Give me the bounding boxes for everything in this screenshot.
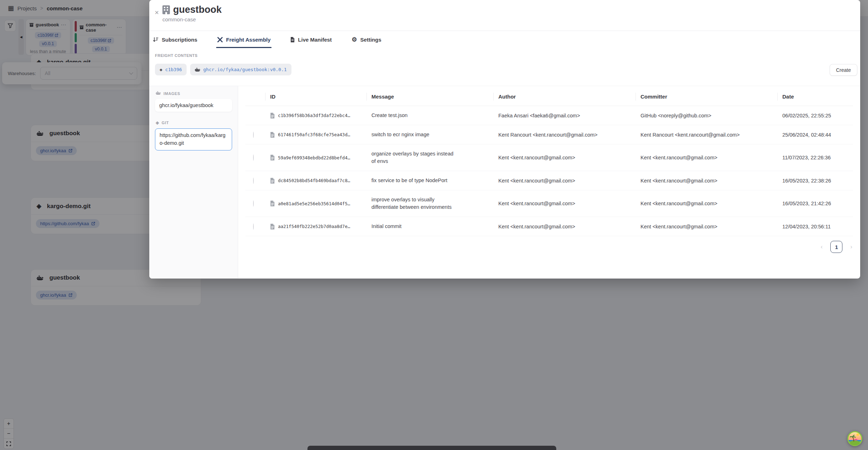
select-column-header — [245, 86, 265, 106]
commit-committer: Kent <kent.rancourt@gmail.com> — [636, 217, 777, 236]
image-chip[interactable]: ghcr.io/fykaa/guestbook:v0.0.1 — [190, 64, 291, 75]
tab-subscriptions[interactable]: Subscriptions — [153, 31, 197, 48]
commit-id: a0e81ad5e5e256eb35614d04f5… — [278, 201, 350, 206]
warehouse-building-icon — [162, 5, 170, 14]
pagination: ‹ 1 › — [245, 241, 853, 253]
freight-contents-label: FREIGHT CONTENTS — [155, 53, 198, 58]
commit-committer: Kent <kent.rancourt@gmail.com> — [636, 171, 777, 190]
file-icon — [270, 224, 275, 229]
row-radio[interactable] — [253, 200, 254, 207]
commit-committer: Kent <kent.rancourt@gmail.com> — [636, 144, 777, 171]
commit-date: 11/07/2023, 22:26:36 — [777, 144, 853, 171]
commit-message: Initial commit — [371, 223, 457, 230]
commit-committer: Kent Rancourt <kent.rancourt@gmail.com> — [636, 125, 777, 144]
commit-row[interactable]: dc84502b8bd54fb469bdaaf7c8… fix service … — [245, 171, 853, 190]
docker-icon — [195, 68, 200, 72]
commit-author: Kent <kent.rancourt@gmail.com> — [493, 144, 636, 171]
commit-id: 59a9ef699348ebdbd22d8befd4… — [278, 155, 350, 160]
column-header-id: ID — [265, 86, 366, 106]
commit-committer: GitHub <noreply@github.com> — [636, 106, 777, 125]
modal-tabs: Subscriptions Freight Assembly Live Mani… — [153, 31, 381, 48]
file-icon — [270, 178, 275, 184]
commit-message: switch to ecr nginx image — [371, 131, 457, 138]
column-header-date: Date — [777, 86, 853, 106]
close-button[interactable]: × — [152, 8, 161, 17]
row-radio[interactable] — [253, 178, 254, 184]
file-icon — [270, 201, 275, 206]
island-icon — [847, 431, 862, 446]
row-radio[interactable] — [253, 223, 254, 230]
commit-author: Kent <kent.rancourt@gmail.com> — [493, 171, 636, 190]
modal-subtitle: common-case — [162, 16, 222, 22]
images-section-label: IMAGES — [164, 91, 180, 96]
commit-author: Kent <kent.rancourt@gmail.com> — [493, 190, 636, 217]
freight-contents-chips: ◈ c1b396 ghcr.io/fykaa/guestbook:v0.0.1 — [155, 64, 291, 75]
git-icon: ◈ — [156, 120, 159, 125]
commit-row[interactable]: aa21f540fb222e52b7d0aa8d7e… Initial comm… — [245, 217, 853, 236]
commit-date: 06/02/2025, 22:55:25 — [777, 106, 853, 125]
row-radio[interactable] — [253, 154, 254, 161]
commit-date: 16/05/2023, 22:38:26 — [777, 171, 853, 190]
commit-id: dc84502b8bd54fb469bdaaf7c8… — [278, 178, 350, 183]
docker-icon — [156, 91, 161, 96]
commit-author: Faeka Ansari <faeka6@gmail.com> — [493, 106, 636, 125]
create-button[interactable]: Create — [830, 64, 857, 76]
commit-id: 617461f50afc3f68cfe75ea43d… — [278, 132, 350, 137]
previous-page-button[interactable]: ‹ — [821, 243, 823, 250]
commit-message: improve overlays to visually differentia… — [371, 196, 457, 211]
commit-message: fix service to be of type NodePort — [371, 177, 457, 184]
file-icon — [270, 132, 275, 138]
commit-date: 25/06/2024, 02:48:44 — [777, 125, 853, 144]
freight-sources-sidebar: IMAGES ghcr.io/fykaa/guestbook ◈ GIT htt… — [149, 86, 238, 279]
tab-live-manifest[interactable]: Live Manifest — [290, 31, 332, 48]
commit-row[interactable]: a0e81ad5e5e256eb35614d04f5… improve over… — [245, 190, 853, 217]
gear-icon: ⚙ — [352, 37, 357, 43]
column-header-committer: Committer — [636, 86, 777, 106]
commit-author: Kent <kent.rancourt@gmail.com> — [493, 217, 636, 236]
git-section-label: GIT — [162, 121, 169, 125]
commit-row[interactable]: 59a9ef699348ebdbd22d8befd4… organize ove… — [245, 144, 853, 171]
file-icon — [270, 155, 275, 160]
commit-message: Create test.json — [371, 112, 457, 119]
freight-assembly-modal: × guestbook common-case Subscriptions Fr… — [149, 0, 860, 279]
image-source-item[interactable]: ghcr.io/fykaa/guestbook — [155, 99, 232, 112]
commit-row[interactable]: 617461f50afc3f68cfe75ea43d… switch to ec… — [245, 125, 853, 144]
island-badge[interactable] — [847, 431, 862, 446]
tools-icon — [217, 37, 223, 42]
next-page-button[interactable]: › — [850, 243, 852, 250]
row-radio[interactable] — [253, 132, 254, 138]
page-number[interactable]: 1 — [830, 241, 842, 253]
commits-table: ID Message Author Committer Date c1b396f… — [245, 86, 853, 236]
git-source-item-selected[interactable]: https://github.com/fykaa/kargo-demo.git — [155, 128, 232, 150]
commit-id: aa21f540fb222e52b7d0aa8d7e… — [278, 224, 350, 229]
sort-descending-icon — [153, 37, 159, 42]
file-icon — [290, 37, 295, 42]
commit-author: Kent Rancourt <kent.rancourt@gmail.com> — [493, 125, 636, 144]
commit-row[interactable]: c1b396f58b36a3df3daf22ebc4… Create test.… — [245, 106, 853, 125]
file-icon — [270, 113, 275, 118]
commit-committer: Kent <kent.rancourt@gmail.com> — [636, 190, 777, 217]
git-icon: ◈ — [160, 67, 162, 72]
column-header-author: Author — [493, 86, 636, 106]
commit-id: c1b396f58b36a3df3daf22ebc4… — [278, 113, 350, 118]
modal-title: guestbook — [173, 5, 222, 15]
column-header-message: Message — [366, 86, 493, 106]
commits-table-area: ID Message Author Committer Date c1b396f… — [238, 86, 860, 279]
commit-date: 16/05/2023, 21:42:26 — [777, 190, 853, 217]
commit-date: 12/04/2023, 20:56:11 — [777, 217, 853, 236]
commit-message: organize overlays by stages instead of e… — [371, 150, 457, 165]
tab-settings[interactable]: ⚙ Settings — [352, 31, 381, 48]
commit-chip[interactable]: ◈ c1b396 — [155, 64, 187, 75]
tab-freight-assembly[interactable]: Freight Assembly — [217, 31, 270, 48]
